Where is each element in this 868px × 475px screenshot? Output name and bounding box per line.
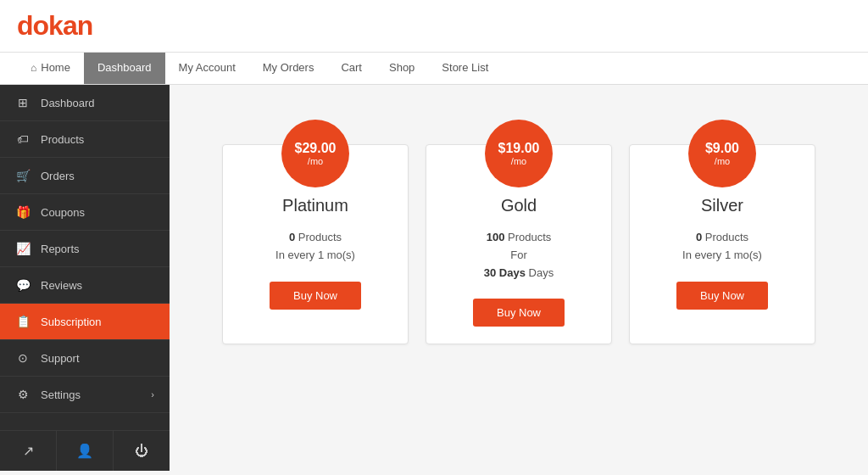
gold-days-label: Days (529, 266, 554, 279)
subscription-icon: 📋 (15, 315, 31, 328)
nav-item-storelist[interactable]: Store List (428, 53, 502, 84)
home-icon: ⌂ (31, 62, 36, 74)
main-nav: ⌂ Home Dashboard My Account My Orders Ca… (0, 53, 868, 85)
nav-item-myaccount-label: My Account (179, 61, 236, 74)
silver-price: $9.00 (705, 140, 739, 156)
platinum-per-mo: /mo (308, 156, 323, 167)
sidebar-label-reviews: Reviews (41, 279, 82, 292)
sidebar-label-subscription: Subscription (41, 316, 102, 328)
platinum-buy-button[interactable]: Buy Now (270, 282, 361, 310)
silver-plan-details: 0 Products In every 1 mo(s) (682, 229, 762, 265)
gold-per-mo: /mo (511, 156, 526, 167)
platinum-products-count: 0 (289, 231, 295, 243)
reports-icon: 📈 (15, 242, 31, 255)
nav-item-dashboard-label: Dashboard (97, 61, 152, 74)
plan-card-platinum: $29.00 /mo Platinum 0 Products In every … (222, 144, 409, 344)
nav-item-storelist-label: Store List (442, 61, 488, 74)
gold-price-badge: $19.00 /mo (485, 120, 553, 187)
reviews-icon: 💬 (15, 278, 31, 292)
logo-accent: d (17, 10, 33, 41)
sidebar-item-reviews[interactable]: 💬 Reviews (0, 267, 170, 304)
dashboard-icon: ⊞ (15, 96, 31, 109)
silver-plan-name: Silver (701, 196, 743, 215)
page-layout: ⊞ Dashboard 🏷 Products 🛒 Orders 🎁 Coupon… (0, 85, 868, 471)
user-icon: 👤 (76, 443, 93, 459)
sidebar-label-products: Products (41, 133, 84, 146)
sidebar-bottom-actions: ↗ 👤 ⏻ (0, 430, 170, 471)
sidebar-label-support: Support (41, 352, 80, 365)
nav-item-myorders[interactable]: My Orders (249, 53, 328, 84)
nav-item-cart-label: Cart (341, 61, 362, 74)
sidebar-label-orders: Orders (41, 170, 75, 182)
sidebar-item-dashboard[interactable]: ⊞ Dashboard (0, 85, 170, 121)
platinum-plan-details: 0 Products In every 1 mo(s) (275, 229, 355, 265)
sidebar-item-reports[interactable]: 📈 Reports (0, 231, 170, 267)
main-content: $29.00 /mo Platinum 0 Products In every … (170, 85, 868, 471)
user-profile-button[interactable]: 👤 (57, 431, 114, 471)
nav-item-home-label: Home (41, 61, 70, 74)
gold-plan-details: 100 Products For 30 Days Days (484, 229, 554, 282)
plans-wrapper: $29.00 /mo Platinum 0 Products In every … (222, 110, 815, 344)
settings-arrow-icon: › (151, 389, 154, 400)
sidebar-label-settings: Settings (41, 388, 81, 401)
sidebar-item-subscription[interactable]: 📋 Subscription (0, 304, 170, 340)
plan-card-gold: $19.00 /mo Gold 100 Products For 30 Days… (426, 144, 612, 344)
settings-icon: ⚙ (15, 388, 31, 401)
silver-per-mo: /mo (715, 156, 730, 167)
logout-button[interactable]: ⏻ (114, 431, 170, 471)
nav-item-home[interactable]: ⌂ Home (17, 53, 84, 84)
sidebar-item-coupons[interactable]: 🎁 Coupons (0, 194, 170, 231)
logo-text: okan (33, 10, 93, 41)
nav-item-shop[interactable]: Shop (376, 53, 428, 84)
sidebar-item-orders[interactable]: 🛒 Orders (0, 158, 170, 194)
sidebar-item-settings[interactable]: ⚙ Settings › (0, 377, 170, 413)
nav-item-myaccount[interactable]: My Account (165, 53, 249, 84)
logo: dokan (17, 10, 92, 42)
nav-item-cart[interactable]: Cart (327, 53, 376, 84)
gold-details-extra: 30 Days (484, 266, 526, 279)
nav-item-dashboard[interactable]: Dashboard (84, 53, 165, 84)
platinum-price: $29.00 (295, 140, 337, 156)
power-icon: ⏻ (135, 444, 148, 459)
platinum-plan-name: Platinum (282, 196, 348, 215)
nav-item-myorders-label: My Orders (263, 61, 314, 74)
sidebar-item-products[interactable]: 🏷 Products (0, 121, 170, 158)
gold-products-count: 100 (487, 231, 505, 243)
sidebar-label-dashboard: Dashboard (41, 97, 95, 109)
plan-card-silver: $9.00 /mo Silver 0 Products In every 1 m… (629, 144, 815, 344)
sidebar: ⊞ Dashboard 🏷 Products 🛒 Orders 🎁 Coupon… (0, 85, 170, 471)
sidebar-item-support[interactable]: ⊙ Support (0, 340, 170, 377)
orders-icon: 🛒 (15, 169, 31, 182)
header: dokan (0, 0, 868, 53)
coupons-icon: 🎁 (15, 205, 31, 219)
gold-buy-button[interactable]: Buy Now (473, 299, 565, 327)
platinum-price-badge: $29.00 /mo (281, 120, 349, 187)
products-icon: 🏷 (15, 132, 31, 146)
platinum-details-line2: In every 1 mo(s) (275, 249, 355, 261)
silver-details-line2: In every 1 mo(s) (682, 249, 762, 261)
gold-details-line2: For (510, 249, 527, 261)
silver-buy-button[interactable]: Buy Now (676, 282, 768, 310)
silver-products-count: 0 (696, 231, 702, 243)
external-link-button[interactable]: ↗ (0, 431, 57, 471)
gold-products-label: Products (508, 231, 551, 243)
silver-products-label: Products (705, 231, 748, 243)
gold-plan-name: Gold (501, 196, 537, 215)
sidebar-label-reports: Reports (41, 243, 80, 255)
external-link-icon: ↗ (23, 443, 34, 459)
gold-price: $19.00 (498, 140, 540, 156)
sidebar-label-coupons: Coupons (41, 206, 85, 219)
nav-item-shop-label: Shop (389, 61, 415, 74)
silver-price-badge: $9.00 /mo (688, 120, 756, 187)
platinum-products-label: Products (298, 231, 342, 243)
support-icon: ⊙ (15, 351, 31, 365)
